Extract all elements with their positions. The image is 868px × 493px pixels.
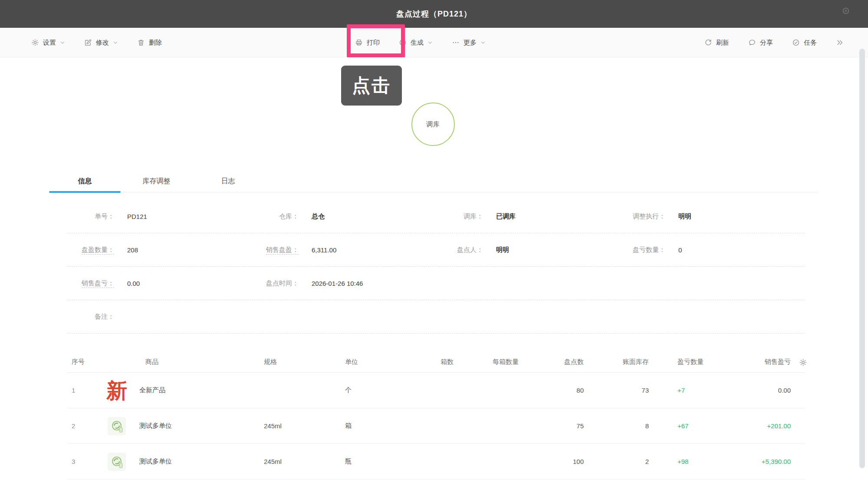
column-header-spec: 规格 xyxy=(256,358,341,366)
cell-spec: 245ml xyxy=(256,458,341,465)
field-value: 6,311.00 xyxy=(312,246,336,254)
table-row: 3测试多单位245ml瓶1002+98+5,390.00 xyxy=(67,444,805,480)
field-value: PD121 xyxy=(127,213,147,220)
product-name: 测试多单位 xyxy=(139,457,172,466)
plus-circle-icon xyxy=(399,39,407,46)
cell-sales: +201.00 xyxy=(716,422,803,430)
cell-seq: 2 xyxy=(67,422,106,430)
chevron-down-icon xyxy=(113,40,118,45)
cell-diff: +98 xyxy=(666,458,716,465)
table-settings-gear-icon[interactable] xyxy=(799,358,807,367)
info-row: 备注： xyxy=(67,300,805,334)
field-label: 销售盘盈： xyxy=(252,246,299,254)
tabs-bar: 信息库存调整日志 xyxy=(49,174,818,192)
toolbar-group-center: 打印生成更多 xyxy=(355,28,486,57)
field-value: 208 xyxy=(127,246,138,254)
toolbar-settings-button[interactable]: 设置 xyxy=(31,39,65,47)
toolbar-print-button[interactable]: 打印 xyxy=(355,39,380,47)
field-label: 盘点时间： xyxy=(252,279,299,288)
title-bar: 盘点过程（PD121） xyxy=(0,0,868,28)
column-header-per_box: 每箱数量 xyxy=(471,358,536,366)
close-button[interactable] xyxy=(842,7,856,21)
chevron-down-icon xyxy=(427,40,433,45)
cell-diff: +67 xyxy=(666,422,716,430)
product-name: 全新产品 xyxy=(139,386,165,394)
field-value: 总仓 xyxy=(312,212,325,221)
info-row: 销售盘亏：0.00盘点时间：2026-01-26 10:46 xyxy=(67,267,805,300)
tab-stock-adjust[interactable]: 库存调整 xyxy=(121,174,192,192)
tab-label: 信息 xyxy=(78,177,92,185)
toolbar-button-label: 分享 xyxy=(760,39,773,47)
tab-info[interactable]: 信息 xyxy=(49,174,121,192)
tab-log[interactable]: 日志 xyxy=(192,174,264,192)
column-header-unit: 单位 xyxy=(341,358,406,366)
column-header-counted: 盘点数 xyxy=(536,358,601,366)
toolbar: 设置修改删除 打印生成更多 刷新分享任务 xyxy=(0,28,868,57)
product-thumbnail xyxy=(106,417,127,435)
toolbar-tasks-button[interactable]: 任务 xyxy=(792,39,817,47)
field-label: 销售盘亏： xyxy=(67,279,114,288)
cell-unit: 箱 xyxy=(341,422,406,430)
tab-label: 库存调整 xyxy=(143,177,171,185)
cell-unit: 瓶 xyxy=(341,457,406,466)
product-cell: 测试多单位 xyxy=(106,453,256,471)
ellipsis-icon xyxy=(452,39,460,46)
column-header-seq: 序号 xyxy=(67,358,106,366)
trash-icon xyxy=(137,39,145,46)
product-thumbnail xyxy=(106,453,127,471)
cell-sales: 0.00 xyxy=(716,387,803,394)
field-label: 调整执行： xyxy=(618,212,665,221)
double-chevron-right-icon xyxy=(836,39,844,46)
field-label: 盘盈数量： xyxy=(67,246,114,254)
field-label: 盘点人： xyxy=(436,246,483,254)
field-label: 单号： xyxy=(67,212,114,221)
cell-spec: 245ml xyxy=(256,422,341,430)
info-row: 盘盈数量：208销售盘盈：6,311.00盘点人：明明盘亏数量：0 xyxy=(67,233,805,267)
toolbar-edit-button[interactable]: 修改 xyxy=(84,39,118,47)
info-field: 销售盘亏：0.00 xyxy=(67,267,252,300)
page-title: 盘点过程（PD121） xyxy=(0,0,868,28)
table-body: 1新全新产品个8073+70.002测试多单位245ml箱758+67+201.… xyxy=(67,373,805,480)
chevron-down-icon xyxy=(480,40,486,45)
field-value: 0 xyxy=(678,246,682,254)
toolbar-delete-button[interactable]: 删除 xyxy=(137,39,162,47)
field-label: 盘亏数量： xyxy=(618,246,665,254)
toolbar-refresh-button[interactable]: 刷新 xyxy=(704,39,729,47)
field-value: 2026-01-26 10:46 xyxy=(312,280,363,287)
cell-seq: 3 xyxy=(67,458,106,465)
info-field: 单号：PD121 xyxy=(67,200,252,233)
column-header-product: 商品 xyxy=(106,358,256,366)
cell-counted: 100 xyxy=(536,458,601,465)
info-field: 盘亏数量：0 xyxy=(618,233,805,266)
table-header-row: 序号商品规格单位箱数每箱数量盘点数账面库存盈亏数量销售盈亏 xyxy=(67,352,805,373)
cell-seq: 1 xyxy=(67,387,106,394)
toolbar-button-label: 刷新 xyxy=(716,39,729,47)
info-field: 盘盈数量：208 xyxy=(67,233,252,266)
new-product-badge: 新 xyxy=(106,380,127,401)
toolbar-generate-button[interactable]: 生成 xyxy=(399,39,433,47)
toolbar-group-left: 设置修改删除 xyxy=(31,28,162,57)
table-row: 1新全新产品个8073+70.00 xyxy=(67,373,805,408)
edit-icon xyxy=(84,39,92,46)
circle-x-icon xyxy=(842,7,850,15)
cell-counted: 75 xyxy=(536,422,601,430)
toolbar-more-button[interactable]: 更多 xyxy=(452,39,486,47)
column-header-boxes: 箱数 xyxy=(406,358,471,366)
toolbar-expand-button[interactable] xyxy=(836,39,844,46)
product-cell: 新全新产品 xyxy=(106,380,256,401)
field-value: 明明 xyxy=(678,212,691,221)
cell-book: 73 xyxy=(601,387,666,394)
column-header-diff: 盈亏数量 xyxy=(666,358,716,366)
field-label: 仓库： xyxy=(252,212,299,221)
column-header-book: 账面库存 xyxy=(601,358,666,366)
toolbar-button-label: 更多 xyxy=(464,39,477,47)
cell-book: 8 xyxy=(601,422,666,430)
toolbar-share-button[interactable]: 分享 xyxy=(748,39,773,47)
info-field: 盘点时间：2026-01-26 10:46 xyxy=(252,267,436,300)
refresh-icon xyxy=(704,39,712,46)
info-field: 仓库：总仓 xyxy=(252,200,436,233)
printer-icon xyxy=(355,39,363,46)
column-header-sales: 销售盈亏 xyxy=(716,358,803,366)
vertical-scrollbar[interactable] xyxy=(859,49,865,468)
toolbar-button-label: 删除 xyxy=(149,39,162,47)
